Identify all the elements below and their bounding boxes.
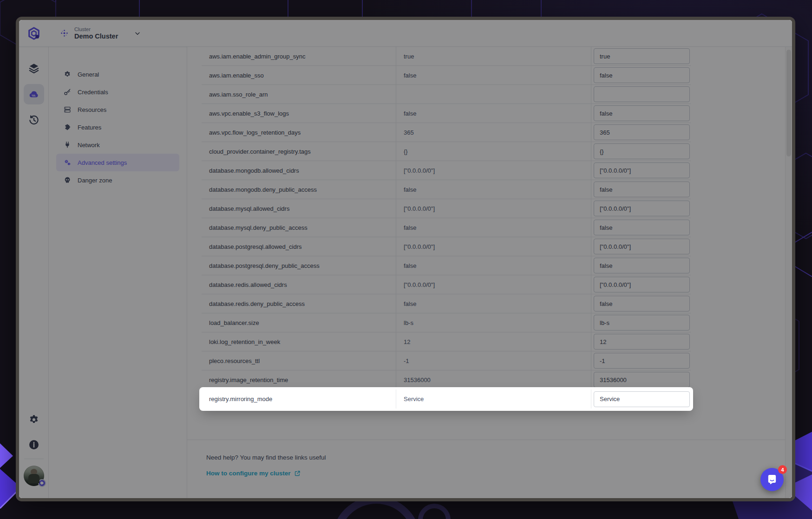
unread-badge: 4 xyxy=(778,465,787,474)
setting-input-cell xyxy=(591,389,691,409)
setting-value-cell: Service xyxy=(396,389,591,409)
table-row-highlighted: registry.mirroring_mode Service xyxy=(202,389,691,409)
setting-value-input[interactable] xyxy=(594,391,690,407)
app-window: Cluster Demo Cluster xyxy=(16,17,795,501)
setting-key-cell: registry.mirroring_mode xyxy=(202,389,396,409)
spotlight-overlay xyxy=(19,20,792,498)
intercom-launcher[interactable]: 4 xyxy=(760,468,784,491)
